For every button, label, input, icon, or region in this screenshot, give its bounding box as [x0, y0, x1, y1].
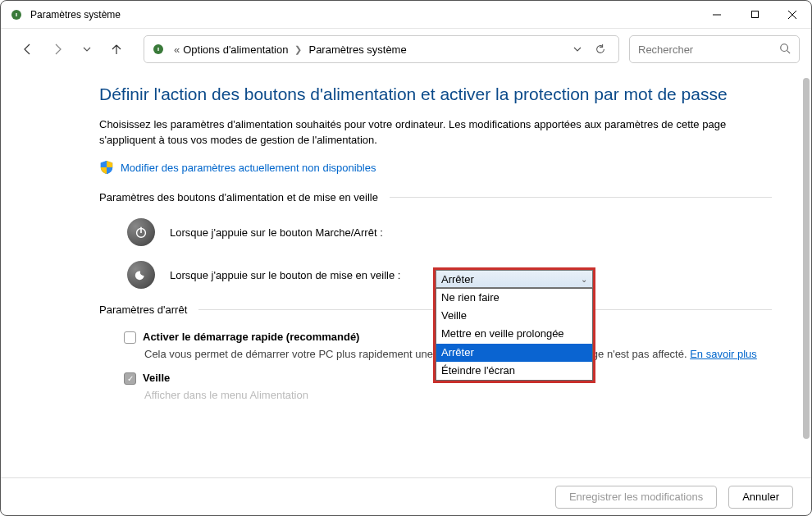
sleep-button-label: Lorsque j'appuie sur le bouton de mise e…: [170, 269, 400, 281]
power-button-row: Lorsque j'appuie sur le bouton Marche/Ar…: [127, 218, 800, 246]
shield-icon: [99, 160, 114, 175]
sleep-icon: [127, 261, 155, 289]
learn-more-link[interactable]: En savoir plus: [690, 348, 757, 360]
svg-line-9: [787, 50, 791, 53]
close-button[interactable]: [773, 1, 811, 28]
section-title-shutdown: Paramètres d'arrêt: [99, 304, 187, 316]
chevron-down-icon: ⌄: [581, 275, 587, 284]
history-dropdown-button[interactable]: [75, 37, 99, 62]
breadcrumb-truncation-icon: «: [174, 43, 180, 56]
power-plan-icon: [151, 43, 166, 56]
back-button[interactable]: [16, 37, 40, 62]
fast-startup-checkbox[interactable]: [124, 331, 136, 344]
minimize-button[interactable]: [698, 1, 736, 28]
window-title: Paramètres système: [30, 9, 121, 21]
save-button[interactable]: Enregistrer les modifications: [555, 486, 717, 509]
power-button-label: Lorsque j'appuie sur le bouton Marche/Ar…: [170, 226, 383, 239]
cancel-button[interactable]: Annuler: [728, 486, 793, 509]
navigation-bar: « Options d'alimentation ❯ Paramètres sy…: [1, 29, 811, 70]
power-button-action-dropdown[interactable]: Arrêter ⌄ Ne rien faireVeilleMettre en v…: [436, 270, 593, 381]
breadcrumb-item[interactable]: Options d'alimentation: [183, 43, 288, 56]
dropdown-option[interactable]: Arrêter: [436, 344, 592, 362]
power-icon: [127, 218, 155, 246]
sleep-checkbox-label: Veille: [143, 372, 170, 384]
breadcrumb-item[interactable]: Paramètres système: [308, 43, 406, 56]
admin-settings-link-text[interactable]: Modifier des paramètres actuellement non…: [121, 162, 376, 174]
dropdown-option[interactable]: Veille: [436, 307, 592, 325]
window-frame: Paramètres système « Opti: [0, 0, 812, 516]
breadcrumb-dropdown-button[interactable]: [566, 44, 589, 54]
svg-rect-1: [16, 13, 16, 16]
footer-bar: Enregistrer les modifications Annuler: [1, 477, 811, 515]
content-area: Définir l'action des boutons d'alimentat…: [1, 70, 811, 477]
dropdown-list: Ne rien faireVeilleMettre en veille prol…: [436, 288, 593, 381]
sleep-checkbox[interactable]: [124, 372, 136, 385]
fast-startup-label: Activer le démarrage rapide (recommandé): [143, 331, 359, 343]
search-input[interactable]: [638, 43, 779, 56]
dropdown-option[interactable]: Ne rien faire: [436, 289, 592, 307]
titlebar: Paramètres système: [1, 1, 811, 29]
power-options-icon: [9, 7, 24, 22]
svg-rect-7: [157, 48, 158, 51]
fast-startup-desc-text: Cela vous permet de démarrer votre PC pl…: [144, 348, 690, 360]
dropdown-selected-value[interactable]: Arrêter ⌄: [436, 270, 593, 288]
page-description: Choisissez les paramètres d'alimentation…: [99, 117, 764, 148]
dropdown-option[interactable]: Éteindre l'écran: [436, 362, 592, 380]
svg-point-8: [781, 43, 788, 51]
search-icon[interactable]: [779, 43, 791, 57]
vertical-scrollbar[interactable]: [803, 78, 810, 439]
refresh-button[interactable]: [589, 43, 612, 55]
section-title-power-buttons: Paramètres des boutons d'alimentation et…: [99, 191, 378, 203]
breadcrumb[interactable]: « Options d'alimentation ❯ Paramètres sy…: [144, 35, 619, 63]
page-title: Définir l'action des boutons d'alimentat…: [99, 83, 772, 106]
up-button[interactable]: [104, 37, 129, 62]
search-box[interactable]: [629, 35, 800, 63]
forward-button[interactable]: [45, 37, 70, 62]
chevron-right-icon: ❯: [294, 44, 302, 55]
svg-rect-3: [751, 11, 758, 18]
dropdown-selected-text: Arrêter: [441, 273, 474, 285]
admin-settings-link[interactable]: Modifier des paramètres actuellement non…: [99, 160, 800, 175]
dropdown-option[interactable]: Mettre en veille prolongée: [436, 325, 592, 343]
maximize-button[interactable]: [736, 1, 773, 28]
sleep-checkbox-desc: Afficher dans le menu Alimentation: [144, 388, 768, 403]
divider: [390, 197, 772, 198]
